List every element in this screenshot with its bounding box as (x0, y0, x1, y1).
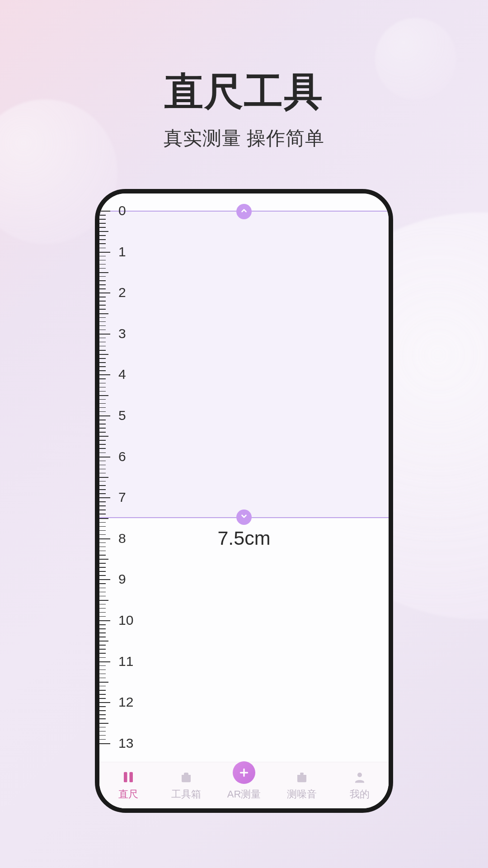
tick-minor (99, 227, 106, 228)
tick-minor (99, 477, 108, 478)
page-subtitle: 真实测量 操作简单 (0, 126, 488, 151)
tick-minor (99, 399, 106, 400)
tick-label: 1 (118, 244, 126, 259)
measurement-value: 7.5cm (217, 527, 270, 549)
tick-minor (99, 276, 106, 277)
tick-minor (99, 723, 108, 724)
tick-minor (99, 378, 106, 379)
tick-minor (99, 432, 106, 433)
tick-minor (99, 366, 106, 367)
tick-label: 4 (118, 367, 126, 382)
tick-minor (99, 509, 106, 510)
tick-minor (99, 575, 106, 576)
tick-minor (99, 485, 106, 486)
tick-minor (99, 473, 106, 474)
tick-minor (99, 731, 106, 732)
tab-noise[interactable]: 测噪音 (273, 762, 331, 808)
tick-minor (99, 264, 106, 265)
tick-minor (99, 453, 106, 453)
tick-minor (99, 448, 106, 449)
tick-label: 9 (118, 571, 126, 587)
tab-ruler[interactable]: 直尺 (99, 762, 157, 808)
svg-point-5 (357, 773, 362, 777)
tick-minor (99, 436, 108, 437)
tick-minor (99, 727, 106, 728)
tick-minor (99, 223, 106, 224)
svg-rect-1 (130, 772, 133, 783)
tick-main (99, 334, 110, 335)
tab-tools[interactable]: 工具箱 (157, 762, 215, 808)
tick-main (99, 457, 110, 458)
tick-minor (99, 284, 106, 285)
tick-minor (99, 710, 106, 711)
tick-label: 7 (118, 490, 126, 505)
tick-minor (99, 698, 106, 699)
page-title: 直尺工具 (0, 66, 488, 118)
tick-minor (99, 645, 106, 646)
ruler-icon (121, 769, 136, 785)
tick-minor (99, 583, 106, 584)
phone-screen: 012345678910111213 7.5cm 直尺 工具箱 AR测量 (99, 193, 389, 808)
tab-ar[interactable]: AR测量 (215, 762, 273, 808)
chevron-down-icon (240, 512, 248, 522)
tick-main (99, 252, 110, 253)
chevron-up-icon (240, 207, 248, 217)
tick-minor (99, 551, 106, 552)
tab-label: AR测量 (227, 788, 261, 801)
tick-minor (99, 612, 106, 613)
tick-minor (99, 461, 106, 462)
tick-minor (99, 420, 106, 420)
ruler-ticks: 012345678910111213 (99, 193, 154, 762)
tick-minor (99, 718, 106, 719)
tick-minor (99, 493, 106, 494)
user-icon (352, 769, 367, 785)
tick-minor (99, 653, 106, 654)
tick-minor (99, 301, 106, 302)
ruler-area[interactable]: 012345678910111213 7.5cm (99, 193, 389, 762)
tick-minor (99, 555, 106, 556)
tick-label: 11 (118, 654, 133, 669)
selection-handle-top[interactable] (236, 204, 252, 219)
tick-minor (99, 608, 106, 609)
tick-main (99, 415, 110, 416)
tick-minor (99, 632, 106, 633)
tick-minor (99, 563, 106, 564)
tick-minor (99, 313, 108, 314)
tick-minor (99, 596, 106, 597)
tick-minor (99, 714, 106, 715)
tick-minor (99, 489, 106, 490)
tick-minor (99, 571, 106, 572)
tick-minor (99, 530, 106, 531)
tick-minor (99, 514, 106, 514)
noise-icon (294, 769, 310, 785)
tick-minor (99, 592, 106, 593)
tick-minor (99, 604, 106, 605)
tick-minor (99, 383, 106, 384)
tick-minor (99, 309, 106, 310)
tick-minor (99, 297, 106, 297)
tick-minor (99, 280, 106, 281)
svg-rect-4 (300, 773, 304, 775)
tick-minor (99, 628, 106, 629)
tick-minor (99, 637, 106, 637)
tick-minor (99, 346, 106, 347)
tick-main (99, 702, 110, 703)
tick-minor (99, 600, 108, 601)
tab-me[interactable]: 我的 (331, 762, 389, 808)
tick-minor (99, 387, 106, 388)
tick-label: 5 (118, 408, 126, 423)
plus-circle-icon (233, 761, 255, 784)
tick-minor (99, 411, 106, 412)
tick-minor (99, 407, 106, 408)
tick-main (99, 211, 110, 212)
tick-minor (99, 260, 106, 261)
tick-minor (99, 522, 106, 523)
tick-main (99, 579, 110, 580)
tick-minor (99, 256, 106, 257)
tab-label: 测噪音 (287, 788, 317, 801)
tick-minor (99, 321, 106, 322)
tick-minor (99, 739, 106, 740)
tick-main (99, 497, 110, 498)
selection-handle-bottom[interactable] (236, 509, 252, 525)
tick-minor (99, 444, 106, 445)
